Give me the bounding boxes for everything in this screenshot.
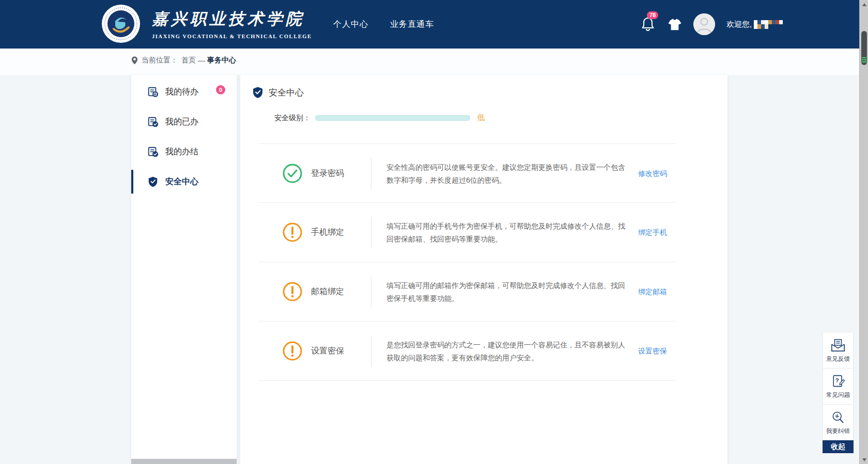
collapse-toolbar-button[interactable]: 收起 [823, 440, 854, 453]
user-name-redacted [754, 20, 783, 29]
security-level-label: 安全级别： [274, 114, 311, 123]
scrollbar-highlight-marks [862, 57, 866, 62]
security-row-phone-binding: 手机绑定 填写正确可用的手机号作为密保手机，可帮助您及时完成修改个人信息、找回密… [258, 203, 676, 262]
security-item-description: 填写正确可用的邮箱作为密保邮箱，可帮助您及时完成修改个人信息、找回密保手机等重要… [386, 262, 625, 322]
feedback-button[interactable]: 意见反馈 [823, 332, 854, 368]
set-security-question-link[interactable]: 设置密保 [638, 322, 667, 381]
primary-nav: 个人中心 业务直通车 [333, 0, 434, 49]
sidebar-item-label: 安全中心 [165, 177, 198, 187]
location-pin-icon [131, 56, 138, 65]
user-menu[interactable]: 欢迎您, [726, 20, 783, 29]
security-center-page: 嘉兴职业技术学院 JIAXING VOCATIONAL & TECHNICAL … [0, 0, 868, 464]
row-divider [371, 276, 371, 308]
security-row-security-question: 设置密保 是您找回登录密码的方式之一，建议您使用一个容易记住，且不容易被别人获取… [258, 322, 676, 381]
warning-exclamation-circle-icon [282, 281, 303, 302]
college-logo [101, 4, 141, 43]
sidebar-horizontal-scrollbar[interactable] [131, 459, 237, 464]
breadcrumb-strip [0, 49, 859, 75]
security-item-title: 登录密码 [311, 144, 369, 203]
college-name-en: JIAXING VOCATIONAL & TECHNICAL COLLEGE [152, 34, 312, 39]
security-level-value: 低 [477, 113, 485, 123]
page-title: 安全中心 [269, 87, 304, 99]
security-items-list: 登录密码 安全性高的密码可以使账号更安全。建议您定期更换密码，且设置一个包含数字… [258, 143, 676, 381]
sidebar-item-label: 我的待办 [165, 87, 198, 98]
security-center-panel: 安全中心 安全级别： 低 登录密码 安全性高的密码可以使账号更安全。建议您定期更… [240, 75, 727, 464]
page-scrollbar[interactable] [859, 0, 868, 464]
error-report-magnifier-icon [831, 410, 845, 425]
security-item-title: 设置密保 [311, 322, 369, 381]
sidebar-item-my-closed[interactable]: 我的办结 [131, 137, 237, 167]
notifications-button[interactable]: 78 [641, 16, 656, 33]
breadcrumb-current: 事务中心 [207, 56, 236, 65]
scrollbar-thumb[interactable] [861, 31, 867, 65]
bind-phone-link[interactable]: 绑定手机 [638, 203, 667, 262]
warning-exclamation-circle-icon [282, 341, 303, 361]
sidebar-item-my-done[interactable]: 我的已办 [131, 107, 237, 137]
done-doc-check-icon [147, 116, 159, 127]
person-silhouette-icon [693, 13, 715, 35]
sidebar-item-security-center[interactable]: 安全中心 [131, 167, 237, 197]
todo-doc-clock-icon [147, 86, 159, 98]
row-divider [371, 158, 371, 189]
sidebar-item-my-todo[interactable]: 我的待办 0 [131, 77, 237, 107]
security-row-email-binding: 邮箱绑定 填写正确可用的邮箱作为密保邮箱，可帮助您及时完成修改个人信息、找回密保… [258, 262, 676, 322]
security-item-description: 填写正确可用的手机号作为密保手机，可帮助您及时完成修改个人信息、找回密保邮箱、找… [386, 203, 625, 262]
sidebar-item-label: 我的已办 [165, 117, 198, 127]
breadcrumb-label: 当前位置： [142, 56, 178, 65]
faq-button[interactable]: ? 常见问题 [823, 368, 854, 404]
success-check-circle-icon [282, 163, 303, 184]
college-emblem-icon [101, 4, 141, 43]
breadcrumb: 当前位置： 首页 — 事务中心 [131, 56, 236, 65]
notification-count-badge: 78 [647, 11, 658, 19]
error-report-button[interactable]: 我要纠错 [823, 404, 854, 440]
task-sidebar: 我的待办 0 我的已办 我的办结 [131, 75, 237, 464]
shield-check-icon [147, 176, 159, 187]
security-item-title: 邮箱绑定 [311, 262, 369, 322]
sidebar-item-label: 我的办结 [165, 147, 198, 157]
faq-document-icon: ? [831, 374, 845, 389]
toolbar-item-label: 我要纠错 [826, 427, 850, 435]
change-password-link[interactable]: 修改密码 [638, 144, 667, 203]
bind-email-link[interactable]: 绑定邮箱 [638, 262, 667, 322]
toolbar-item-label: 意见反馈 [826, 355, 850, 363]
floating-toolbar: 意见反馈 ? 常见问题 我要纠错 收起 [823, 332, 854, 453]
todo-count-badge: 0 [216, 85, 225, 94]
svg-text:?: ? [835, 377, 839, 383]
security-level-row: 安全级别： 低 [274, 113, 485, 123]
college-name-zh: 嘉兴职业技术学院 [152, 8, 312, 30]
breadcrumb-separator: — [198, 56, 205, 65]
top-navbar: 嘉兴职业技术学院 JIAXING VOCATIONAL & TECHNICAL … [0, 0, 868, 49]
college-name-block: 嘉兴职业技术学院 JIAXING VOCATIONAL & TECHNICAL … [152, 8, 312, 39]
security-level-bar [315, 115, 470, 121]
nav-personal-center[interactable]: 个人中心 [333, 19, 368, 30]
toolbar-item-label: 常见问题 [826, 391, 850, 399]
user-avatar[interactable] [693, 13, 715, 35]
security-item-description: 安全性高的密码可以使账号更安全。建议您定期更换密码，且设置一个包含数字和字母，并… [386, 144, 625, 203]
closed-doc-check-icon [147, 146, 159, 157]
row-divider [371, 217, 371, 248]
scroll-down-arrow-icon[interactable] [860, 455, 868, 464]
breadcrumb-home-link[interactable]: 首页 [181, 56, 196, 65]
navbar-right-cluster: 78 欢迎您, [641, 0, 783, 49]
warning-exclamation-circle-icon [282, 222, 303, 243]
nav-business-express[interactable]: 业务直通车 [390, 19, 434, 30]
shield-check-icon [252, 86, 264, 99]
tshirt-icon[interactable] [668, 18, 682, 31]
scroll-up-arrow-icon[interactable] [860, 0, 868, 9]
feedback-envelope-icon [830, 338, 846, 353]
row-divider [371, 335, 371, 367]
security-row-login-password: 登录密码 安全性高的密码可以使账号更安全。建议您定期更换密码，且设置一个包含数字… [258, 143, 676, 203]
security-item-title: 手机绑定 [311, 203, 369, 262]
panel-header: 安全中心 [252, 86, 304, 99]
security-item-description: 是您找回登录密码的方式之一，建议您使用一个容易记住，且不容易被别人获取的问题和答… [386, 322, 625, 381]
welcome-label: 欢迎您, [726, 20, 752, 29]
